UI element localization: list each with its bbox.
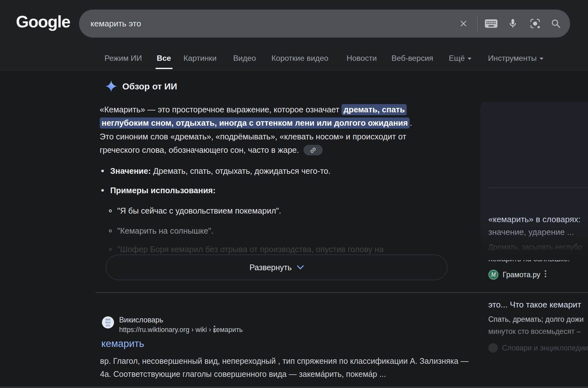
- result-snippet: вр. Глагол, несовершенный вид, непереход…: [100, 355, 469, 381]
- result-site-name[interactable]: Викисловарь: [119, 316, 163, 324]
- lens-search-button[interactable]: [527, 16, 543, 31]
- source-favicon: [488, 343, 498, 353]
- hollow-bullet-icon: [109, 248, 112, 251]
- tab-ai-mode[interactable]: Режим ИИ: [104, 53, 142, 63]
- hollow-bullet-icon: [109, 209, 112, 212]
- ai-sparkle-icon: [104, 79, 118, 93]
- sidebar-divider: [488, 187, 588, 188]
- bullet-icon: [101, 189, 104, 192]
- voice-search-button[interactable]: [505, 16, 520, 31]
- keyboard-icon: [484, 18, 498, 29]
- active-tab-indicator: [155, 68, 173, 69]
- tab-web[interactable]: Веб-версия: [391, 53, 433, 63]
- search-submit-button[interactable]: [548, 16, 563, 31]
- tab-videos[interactable]: Видео: [233, 53, 256, 63]
- search-header: Google: [0, 0, 588, 71]
- sidebar-result-title[interactable]: значение, ударение ...: [488, 227, 574, 237]
- highlighted-text: дремать, спать: [341, 104, 407, 115]
- google-serp-dark: Google: [0, 0, 588, 388]
- clear-search-button[interactable]: [456, 16, 471, 31]
- close-icon: [459, 19, 468, 28]
- sidebar-source-name[interactable]: Словари и энциклопедии н: [502, 344, 588, 352]
- sidebar-result-snippet: Спать, дремать; долго дожи: [488, 315, 584, 324]
- example-item: "Я бы сейчас с удовольствием покемарил".: [109, 206, 281, 215]
- sidebar-result-snippet: Дремать, засыпать неглубо: [488, 243, 582, 251]
- sidebar-result-snippet: Кемарить на солнышке.: [488, 255, 570, 263]
- expand-button[interactable]: Развернуть: [106, 255, 448, 280]
- sidebar-result-title[interactable]: «кемарить» в словарях:: [488, 215, 580, 224]
- tab-news[interactable]: Новости: [347, 53, 377, 63]
- sidebar-result-title[interactable]: это... Что такое кемарит: [488, 300, 581, 310]
- searchbar-divider: [477, 15, 477, 32]
- sidebar-source-name[interactable]: Грамота.ру: [503, 271, 540, 279]
- highlighted-text: неглубоким сном, отдыхать, иногда с отте…: [100, 117, 410, 129]
- result-title-link[interactable]: кемарить: [101, 338, 144, 349]
- tab-more[interactable]: Ещё: [449, 53, 471, 63]
- search-icon: [551, 18, 561, 29]
- sidebar-source-row: Словари и энциклопедии н: [488, 343, 588, 353]
- camera-lens-icon: [530, 18, 541, 29]
- chevron-down-icon: [297, 265, 304, 270]
- link-icon: [310, 147, 317, 154]
- search-bar[interactable]: [79, 10, 570, 38]
- ai-overview-paragraph: «Кемарить» — это просторечное выражение,…: [100, 103, 412, 157]
- paragraph-line: Это синоним слов «дремать», «подрёмывать…: [100, 130, 412, 144]
- mic-icon: [507, 18, 518, 29]
- source-link-chip[interactable]: [304, 145, 323, 155]
- tab-short-videos[interactable]: Короткие видео: [271, 53, 328, 63]
- example-item: "Кемарить на солнышке".: [109, 226, 213, 236]
- sidebar-result-snippet: минуток сто восемьдесят –: [488, 327, 581, 336]
- chevron-down-icon: [468, 58, 471, 60]
- gramota-favicon: М: [488, 270, 498, 280]
- example-item-faded: "Шофер Боря кемарил без отрыва от произв…: [109, 244, 384, 254]
- paragraph-line: греческого слова, обозначающего сон, час…: [100, 144, 412, 157]
- bullet-icon: [101, 170, 104, 172]
- more-options-button[interactable]: [545, 270, 546, 277]
- list-item: Значение: Дремать, спать, отдыхать, дожи…: [101, 166, 331, 176]
- tab-tools[interactable]: Инструменты: [488, 53, 543, 63]
- paragraph-line: неглубоким сном, отдыхать, иногда с отте…: [100, 116, 412, 130]
- search-input[interactable]: [90, 10, 408, 38]
- result-breadcrumb-url[interactable]: https://ru.wiktionary.org › wiki › кемар…: [119, 326, 243, 334]
- paragraph-line: «Кемарить» — это просторечное выражение,…: [100, 103, 412, 116]
- section-divider: [96, 292, 588, 293]
- hollow-bullet-icon: [109, 229, 112, 232]
- ai-overview-badge: Обзор от ИИ: [122, 81, 177, 92]
- related-results-card: «кемарить» в словарях: значение, ударени…: [480, 102, 588, 260]
- chevron-down-icon: [540, 58, 543, 60]
- tab-all[interactable]: Все: [157, 53, 171, 63]
- wiktionary-favicon: Wik tion ary: [102, 316, 114, 328]
- next-section-edge: [0, 386, 588, 388]
- sidebar-source-row: М Грамота.ру: [488, 270, 540, 280]
- google-logo[interactable]: Google: [16, 12, 70, 31]
- result-more-options-button[interactable]: [214, 326, 215, 333]
- keyboard-button[interactable]: [484, 16, 499, 31]
- tab-images[interactable]: Картинки: [183, 53, 217, 63]
- list-item: Примеры использования:: [101, 186, 216, 195]
